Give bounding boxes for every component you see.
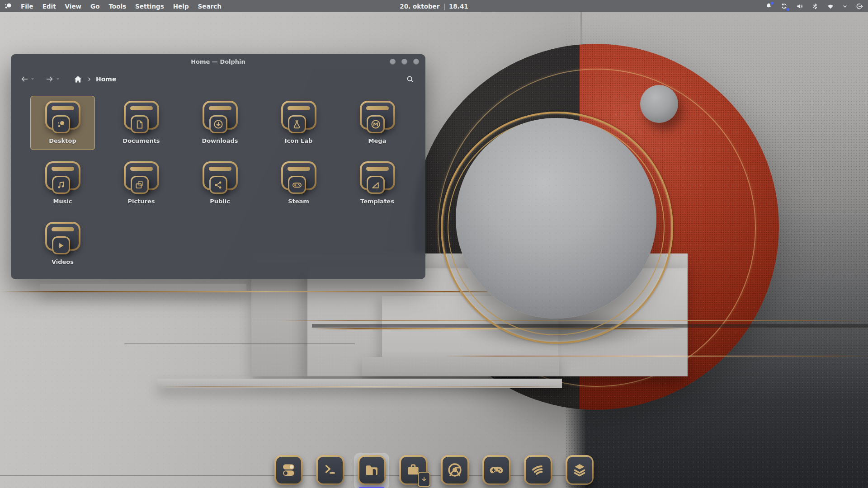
download-icon — [211, 117, 226, 132]
clock[interactable]: 20. oktober | 18.41 — [400, 0, 468, 12]
dock-layers[interactable] — [566, 455, 594, 485]
menu-search[interactable]: Search — [197, 3, 222, 10]
folder-label: Pictures — [127, 198, 155, 205]
folder-steam[interactable]: Steam — [266, 156, 331, 211]
power-icon[interactable] — [855, 2, 863, 10]
folder-label: Music — [53, 198, 72, 205]
window-maximize-button[interactable] — [401, 59, 407, 65]
folder-icon-lab[interactable]: Icon Lab — [266, 96, 331, 150]
dolphin-toolbar: Home — [11, 69, 425, 89]
menu-settings[interactable]: Settings — [134, 3, 165, 10]
clock-separator: | — [443, 3, 445, 10]
download-badge-icon — [418, 472, 430, 487]
updates-dot — [787, 8, 789, 11]
dock-package-installer[interactable] — [399, 455, 427, 485]
layers-icon — [567, 457, 592, 483]
photo-stack-icon — [132, 177, 147, 192]
folder-label: Icon Lab — [285, 137, 313, 144]
menu-file[interactable]: File — [20, 3, 34, 10]
folder-public[interactable]: Public — [188, 156, 252, 211]
dock-spotify[interactable] — [524, 455, 552, 485]
dock-chrome[interactable] — [441, 455, 469, 485]
gold-line — [0, 291, 511, 292]
volume-icon[interactable] — [796, 2, 804, 10]
plasma-dots-icon — [53, 117, 69, 132]
music-note-icon — [53, 177, 69, 192]
forward-dropdown-icon — [56, 77, 60, 81]
distro-logo-icon[interactable] — [4, 2, 13, 11]
home-icon[interactable] — [73, 75, 83, 84]
menu-tools[interactable]: Tools — [108, 3, 127, 10]
gamepad-icon — [484, 457, 509, 483]
breadcrumb-home[interactable]: Home — [96, 75, 116, 83]
menu-help[interactable]: Help — [172, 3, 190, 10]
flask-icon — [289, 117, 305, 132]
clock-date: 20. oktober — [400, 3, 439, 10]
gamepad-icon — [289, 177, 305, 192]
back-dropdown-icon — [31, 77, 34, 81]
dolphin-window: Home — Dolphin — [11, 54, 425, 279]
gold-line — [157, 386, 564, 387]
search-icon[interactable] — [406, 75, 415, 84]
folder-label: Downloads — [202, 137, 238, 144]
global-menu-bar: File Edit View Go Tools Settings Help Se… — [0, 0, 868, 12]
folder-desktop[interactable]: Desktop — [30, 96, 95, 150]
folder-label: Public — [210, 198, 230, 205]
folder-mega[interactable]: Mega — [345, 96, 410, 150]
folder-pictures[interactable]: Pictures — [109, 156, 174, 211]
share-icon — [211, 177, 226, 192]
folder-documents[interactable]: Documents — [109, 96, 174, 150]
dock-file-manager[interactable] — [358, 455, 386, 485]
window-minimize-button[interactable] — [390, 59, 396, 65]
dock-settings[interactable] — [274, 455, 302, 485]
document-icon — [132, 117, 147, 132]
folder-label: Mega — [368, 137, 387, 144]
folder-music[interactable]: Music — [30, 156, 95, 211]
triangle-icon — [368, 177, 383, 192]
folder-label: Documents — [123, 137, 160, 144]
updates-icon[interactable] — [780, 2, 788, 10]
gold-line — [445, 356, 868, 357]
window-titlebar[interactable]: Home — Dolphin — [11, 54, 425, 69]
clock-time: 18.41 — [449, 3, 468, 10]
menu-go[interactable]: Go — [90, 3, 100, 10]
folder-videos[interactable]: Videos — [30, 217, 95, 271]
folder-downloads[interactable]: Downloads — [188, 96, 252, 150]
folder-label: Templates — [360, 198, 394, 205]
folder-icon — [359, 457, 384, 483]
terminal-icon — [318, 457, 343, 483]
play-icon — [53, 238, 69, 253]
forward-button[interactable] — [45, 75, 60, 84]
thin-dark-line — [124, 343, 355, 344]
spotify-waves-icon — [526, 457, 551, 483]
settings-toggles-icon — [276, 457, 301, 483]
dock-games[interactable] — [482, 455, 510, 485]
dock — [274, 455, 594, 485]
bluetooth-icon[interactable] — [811, 3, 819, 10]
gray-slab — [362, 357, 559, 376]
window-close-button[interactable] — [413, 59, 419, 65]
gray-sphere — [456, 118, 656, 319]
folder-label: Steam — [288, 198, 309, 205]
back-button[interactable] — [20, 75, 34, 84]
notification-dot — [771, 2, 774, 5]
folder-label: Videos — [52, 258, 74, 265]
breadcrumb-chevron-icon — [87, 77, 92, 82]
folder-view: Desktop Documents Downloads — [30, 96, 410, 271]
mega-icon — [368, 117, 383, 132]
dock-terminal[interactable] — [316, 455, 344, 485]
window-title: Home — Dolphin — [11, 58, 425, 65]
wifi-icon[interactable] — [826, 2, 835, 10]
folder-label: Desktop — [49, 137, 76, 144]
menu-edit[interactable]: Edit — [42, 3, 57, 10]
small-gray-sphere — [640, 85, 678, 123]
menu-view[interactable]: View — [64, 3, 82, 10]
chevron-down-icon[interactable] — [842, 4, 848, 9]
notifications-icon[interactable] — [765, 2, 773, 10]
chrome-icon — [443, 457, 467, 483]
folder-templates[interactable]: Templates — [345, 156, 410, 211]
